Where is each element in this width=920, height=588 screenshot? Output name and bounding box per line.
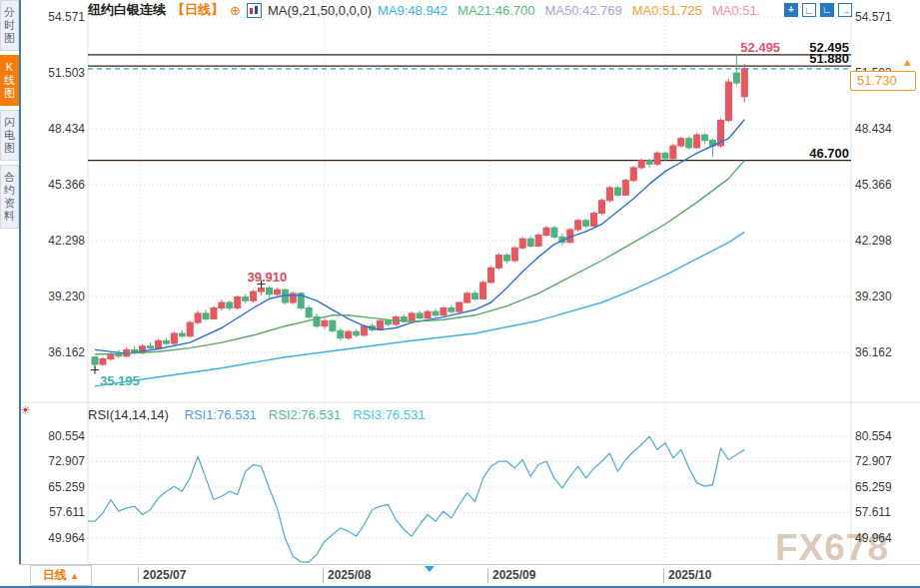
rsi-title: RSI(14,14,14) (88, 407, 169, 422)
rsi-axis-label: 49.964 (855, 532, 915, 545)
rsi-value: RSI2:76.531 (269, 407, 341, 422)
price-annotation: 39.910 (248, 270, 288, 285)
main-chart-area[interactable] (88, 10, 851, 401)
scale-axis-icon[interactable]: ∟ (802, 3, 816, 17)
sidebar-divider (19, 0, 21, 588)
rsi-axis-label: 72.907 (855, 455, 915, 468)
period-tag[interactable]: 【日线】 (172, 1, 224, 19)
chart-app-window: 分时图 K线图 闪电图 合约资料 纽约白银连续 【日线】 ⊕ MA(9,21,5… (0, 0, 920, 588)
ma-value: MA9:48.942 (378, 3, 448, 18)
x-axis-label: 2025/10 (663, 568, 711, 583)
current-price-tag: 51.730 (850, 71, 916, 91)
rsi-axis-label: 49.964 (30, 532, 85, 545)
move-axis-icon[interactable]: ∟ (820, 3, 834, 17)
price-annotation: 35.195 (100, 373, 140, 388)
ma-value: MA50:42.769 (544, 3, 621, 18)
y-axis-label: 54.571 (855, 11, 915, 24)
sidebar-tab-contract-info[interactable]: 合约资料 (0, 165, 19, 229)
y-axis-label: 48.434 (30, 123, 85, 136)
y-axis-label: 42.298 (855, 235, 915, 248)
chart-header: 纽约白银连续 【日线】 ⊕ MA(9,21,50,0,0,0) MA9:48.9… (88, 1, 770, 19)
rsi-axis-label: 65.259 (30, 481, 85, 494)
y-axis-label: 51.503 (30, 67, 85, 80)
rsi-axis-label: 65.259 (855, 481, 915, 494)
period-selector[interactable]: 日线 ▲ (30, 565, 92, 586)
y-axis-label: 45.366 (855, 179, 915, 192)
x-axis-label: 2025/07 (138, 568, 186, 583)
x-axis-bar: 日线 ▲ 2025/072025/082025/092025/10 (19, 564, 920, 587)
ma-value: MA21:46.700 (458, 3, 534, 18)
sidebar-tab-time-chart[interactable]: 分时图 (0, 0, 19, 51)
rsi-axis-label: 57.611 (855, 506, 915, 519)
level-price-label: 46.700 (759, 147, 849, 160)
indicator-settings-icon[interactable]: ☀ (20, 403, 31, 417)
rsi-axis-label: 72.907 (30, 455, 85, 468)
ma-values: MA9:48.942MA21:46.700MA50:42.769MA0:51.7… (378, 3, 770, 18)
price-annotation: 52.495 (740, 40, 780, 55)
y-axis-label: 36.162 (855, 346, 915, 359)
rsi-value: RSI1:76.531 (185, 407, 257, 422)
y-axis-label: 39.230 (30, 291, 85, 303)
x-axis-label: 2025/08 (323, 568, 371, 583)
rsi-header: RSI(14,14,14) RSI1:76.531RSI2:76.531RSI3… (88, 407, 425, 422)
rsi-axis-label: 57.611 (30, 506, 85, 519)
detach-icon[interactable]: → (838, 3, 852, 17)
rsi-value: RSI3:76.531 (353, 407, 425, 422)
y-axis-label: 45.366 (30, 179, 85, 192)
rsi-values: RSI1:76.531RSI2:76.531RSI3:76.531 (173, 407, 426, 422)
y-axis-label: 42.298 (30, 235, 85, 248)
rsi-axis-label: 80.554 (30, 430, 85, 443)
y-axis-label: 39.230 (855, 291, 915, 303)
ma-formula-label: MA(9,21,50,0,0,0) (268, 3, 372, 18)
ma-value: MA0:51.725 (632, 3, 702, 18)
chart-toolbar: + ∟ ∟ → (784, 3, 852, 17)
sidebar-tab-lightning-chart[interactable]: 闪电图 (0, 110, 19, 161)
price-up-arrow-icon: ▲ (902, 56, 913, 68)
add-indicator-icon[interactable]: ⊕ (230, 3, 241, 18)
pan-icon[interactable]: + (784, 3, 798, 17)
y-axis-label: 54.571 (30, 11, 85, 24)
y-axis-label: 48.434 (855, 123, 915, 136)
symbol-name: 纽约白银连续 (88, 1, 166, 19)
sidebar: 分时图 K线图 闪电图 合约资料 (0, 0, 19, 588)
ma-value: MA0:51. (712, 3, 760, 18)
sidebar-tab-kline-chart[interactable]: K线图 (0, 55, 19, 106)
ma-settings-icon[interactable] (247, 3, 262, 18)
rsi-chart-area[interactable] (88, 427, 851, 562)
period-arrow-icon: ▲ (70, 571, 79, 581)
collapse-axis-icon[interactable] (425, 566, 435, 572)
x-axis-label: 2025/09 (487, 568, 535, 583)
y-axis-label: 36.162 (30, 346, 85, 359)
period-label: 日线 (43, 568, 67, 582)
rsi-axis-label: 80.554 (855, 430, 915, 443)
